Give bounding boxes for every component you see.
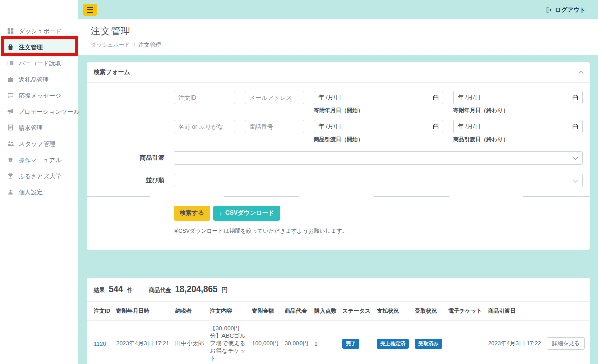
dashboard-icon [7,28,14,35]
column-header: 注文内容 [207,302,249,321]
sidebar-item[interactable]: ダッシュボード [0,23,78,39]
sidebar-item[interactable]: スタッフ管理 [0,136,78,152]
page-title: 注文管理 [91,25,585,38]
column-header: 受取状況 [412,302,445,321]
sign-out-icon [546,7,552,13]
hamburger-menu-button[interactable] [83,4,97,16]
total-amount-unit: 円 [221,286,227,294]
topbar: ログアウト [78,0,598,19]
column-header: 購入点数 [311,302,339,321]
main-area: ログアウト 注文管理 ダッシュボード / 注文管理 検索フォーム [78,0,598,364]
result-count: 544 [109,284,123,295]
calendar-icon [572,95,578,101]
search-form-card: 検索フォーム 年 /月/日 [87,62,590,250]
orders-bag-icon [7,44,14,51]
results-header: 結果 544 件 商品代金 18,204,865 円 [87,278,590,302]
search-form-title: 検索フォーム [94,68,130,77]
invoice-icon [7,124,14,131]
calendar-icon [572,124,578,130]
receipt-status-badge: 受取済み [415,339,442,349]
chevron-down-icon [573,155,578,160]
sidebar-item[interactable]: プロモーションツール [0,104,78,120]
status-badge: 完了 [342,339,359,349]
download-icon: ↓ [219,209,223,217]
column-header-actions [544,302,590,321]
search-form-header: 検索フォーム [87,62,590,83]
table-row: 1120 2023年4月3日 17:21 田中小太郎 【30,000円分】ABC… [87,321,590,364]
sidebar-item[interactable]: 請求管理 [0,120,78,136]
megaphone-icon [7,108,14,115]
chevron-up-icon[interactable] [579,71,584,76]
university-icon [7,173,14,180]
gift-icon [7,76,14,83]
breadcrumb-separator: / [134,42,135,48]
order-content-cell: 【30,000円分】ABCゴルフ場で使えるお得なチケット [207,321,249,364]
order-id-input[interactable] [174,91,235,104]
message-icon [7,92,14,99]
sort-select[interactable] [174,174,583,187]
delivery-select[interactable] [174,151,583,165]
column-header: 注文ID [87,302,113,321]
order-id-link[interactable]: 1120 [94,341,106,347]
sidebar-item[interactable]: 応援メッセージ [0,88,78,104]
sidebar: ダッシュボード 注文管理 バーコード読取 返礼品管理 応援メッセージ [0,0,78,364]
column-header: 寄附金額 [249,302,282,321]
logout-button[interactable]: ログアウト [546,6,586,14]
delivery-date-end-label: 商品引渡日（終わり） [453,136,583,143]
sidebar-item[interactable]: 個人設定 [0,184,78,200]
calendar-icon [433,124,439,130]
payer-cell: 田中小太郎 [172,321,207,364]
delivery-date-end-input[interactable]: 年 /月/日 [453,120,583,133]
total-amount-label: 商品代金 [148,286,171,294]
page-head: 注文管理 ダッシュボード / 注文管理 [78,19,598,55]
column-header: 寄附年月日時 [113,302,172,321]
staff-icon [7,140,14,148]
csv-download-button[interactable]: ↓ CSVダウンロード [213,206,281,221]
quantity-cell: 1 [311,321,339,364]
sidebar-item[interactable]: 注文管理 [0,39,78,55]
donation-datetime-cell: 2023年4月3日 17:21 [113,321,172,364]
breadcrumb: ダッシュボード / 注文管理 [91,41,585,49]
breadcrumb-current: 注文管理 [139,41,161,49]
column-header: ステータス [339,302,373,321]
phone-input[interactable] [245,120,304,133]
donation-date-end-input[interactable]: 年 /月/日 [453,91,583,104]
orders-table: 注文ID 寄附年月日時 納税者 注文内容 寄附金額 商品代金 購入点数 ステータ… [87,302,590,364]
barcode-icon [7,60,14,67]
search-form-body: 年 /月/日 寄附年月日（開始） 年 /月/日 [87,83,590,250]
delivery-date-start-input[interactable]: 年 /月/日 [314,120,443,133]
sidebar-item[interactable]: バーコード読取 [0,55,78,71]
content: 検索フォーム 年 /月/日 [78,55,598,364]
sidebar-item[interactable]: 操作マニュアル [0,152,78,168]
delivery-date-start-label: 商品引渡日（開始） [314,136,443,143]
sidebar-item[interactable]: 返礼品管理 [0,71,78,88]
payment-status-badge: 売上確定済 [377,339,409,349]
table-header-row: 注文ID 寄附年月日時 納税者 注文内容 寄附金額 商品代金 購入点数 ステータ… [87,302,590,321]
donation-date-start-input[interactable]: 年 /月/日 [314,91,443,104]
column-header: 支払状況 [373,302,412,321]
app-window: ダッシュボード 注文管理 バーコード読取 返礼品管理 応援メッセージ [0,0,598,364]
search-button[interactable]: 検索する [174,206,210,221]
donation-date-start-label: 寄附年月日（開始） [314,107,443,114]
breadcrumb-dashboard-link[interactable]: ダッシュボード [91,41,130,49]
delivery-select-label: 商品引渡 [94,154,174,162]
detail-button[interactable]: 詳細を見る [547,337,585,350]
column-header: 電子チケット [445,302,485,321]
donation-amount-cell: 100,000円 [249,321,282,364]
person-icon [7,189,14,196]
results-card: 結果 544 件 商品代金 18,204,865 円 注文ID 寄附年月日時 納… [87,278,590,364]
product-price-cell: 30,000円 [282,321,312,364]
result-count-unit: 件 [127,286,132,294]
column-header: 納税者 [172,302,207,321]
total-amount: 18,204,865 [175,284,217,295]
calendar-icon [433,95,439,101]
column-header: 商品代金 [282,302,312,321]
email-input[interactable] [245,91,304,104]
name-input[interactable] [174,120,235,133]
sort-select-label: 並び順 [94,176,174,185]
sidebar-item[interactable]: ふるさとズ大学 [0,168,78,184]
divider [87,196,590,197]
manual-icon [7,157,14,164]
csv-note: ※CSVダウンロードは期間を絞っていただきますようお願いします。 [174,227,583,235]
donation-date-end-label: 寄附年月日（終わり） [453,107,583,114]
